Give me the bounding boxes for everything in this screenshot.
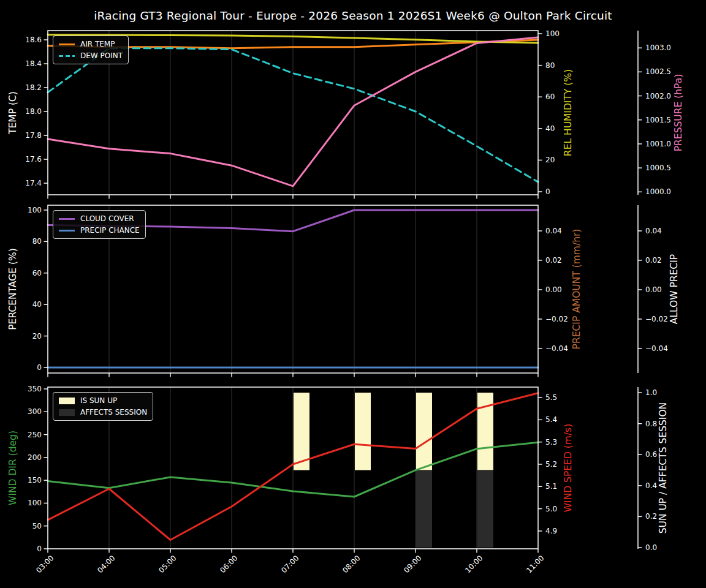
legend-label-dew-point: DEW POINT xyxy=(80,51,123,60)
legend-item-dew-point: DEW POINT xyxy=(59,51,123,60)
affects-session-bar xyxy=(416,470,432,548)
legend-item-cloud-cover: CLOUD COVER xyxy=(59,214,140,223)
air-temp-line-swatch xyxy=(59,43,75,45)
is-sun-up-bar xyxy=(355,393,371,470)
axis-label-pressure: PRESSURE (hPa) xyxy=(673,74,684,152)
axis-label-percentage: PERCENTAGE (%) xyxy=(7,248,18,330)
affects-session-bar xyxy=(477,470,493,548)
axis-label-precip-amount: PRECIP AMOUNT (mm/hr) xyxy=(571,229,582,350)
legend-label-precip-chance: PRECIP CHANCE xyxy=(80,226,140,235)
legend-label-cloud-cover: CLOUD COVER xyxy=(80,214,134,223)
legend-item-precip-chance: PRECIP CHANCE xyxy=(59,226,140,235)
is-sun-up-bar xyxy=(294,393,309,470)
axis-label-wind-speed: WIND SPEED (m/s) xyxy=(563,424,574,512)
legend-label-affects-session: AFFECTS SESSION xyxy=(80,408,147,417)
is-sun-up-bar xyxy=(416,393,432,470)
affects-session-patch-swatch xyxy=(59,409,75,416)
dew-point-line-swatch xyxy=(59,55,75,57)
legend-item-air-temp: AIR TEMP xyxy=(59,40,123,48)
cloud-cover-line-swatch xyxy=(59,218,75,220)
precip-chance-line-swatch xyxy=(59,230,75,232)
weather-forecast-figure: iRacing GT3 Regional Tour - Europe - 202… xyxy=(0,0,706,588)
axis-label-allow-precip: ALLOW PRECIP xyxy=(669,254,680,324)
axis-label-sun-up-affects: SUN UP / AFFECTS SESSION xyxy=(658,402,669,533)
axis-label-rel-humidity: REL HUMIDITY (%) xyxy=(563,69,574,156)
legend-wind-plot: IS SUN UP AFFECTS SESSION xyxy=(53,392,153,421)
legend-label-is-sun-up: IS SUN UP xyxy=(80,396,117,405)
sun-up-patch-swatch xyxy=(59,398,75,404)
legend-item-is-sun-up: IS SUN UP xyxy=(59,396,147,405)
legend-item-affects-session: AFFECTS SESSION xyxy=(59,408,147,417)
legend-label-air-temp: AIR TEMP xyxy=(80,40,115,48)
legend-temperature-plot: AIR TEMP DEW POINT xyxy=(53,36,129,64)
axis-label-wind-dir: WIND DIR (deg) xyxy=(7,431,18,505)
legend-percentage-plot: CLOUD COVER PRECIP CHANCE xyxy=(53,210,146,239)
charts-canvas xyxy=(0,0,706,588)
axis-label-temp: TEMP (C) xyxy=(7,91,18,134)
